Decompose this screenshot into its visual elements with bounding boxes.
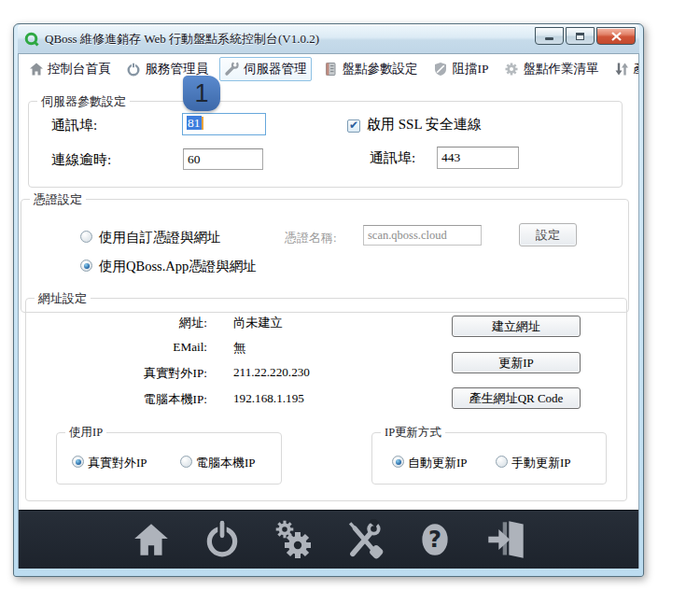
ssl-checkbox[interactable]: ✔ [347, 119, 360, 133]
port-input[interactable]: 81 [182, 113, 266, 135]
exit-icon [485, 519, 526, 560]
custom-cert-radio-label: 使用自訂憑證與網址 [99, 229, 221, 246]
cert-name-label: 憑證名稱: [285, 230, 337, 246]
custom-cert-radio[interactable] [80, 231, 92, 243]
use-external-ip-label: 真實對外IP [88, 455, 147, 471]
power-button[interactable] [201, 518, 244, 561]
ip-update-group-label: IP更新方式 [381, 425, 445, 441]
step-callout-badge: 1 [183, 76, 220, 111]
email-row-label: EMail: [65, 340, 207, 355]
check-icon: ✔ [349, 119, 358, 131]
external-ip-row-value: 211.22.220.230 [233, 365, 310, 380]
up-down-arrows-icon [614, 61, 630, 77]
use-ip-group-label: 使用IP [65, 425, 106, 441]
app-window: QBoss 維修進銷存 Web 行動盤點系統控制台(V1.0.2) [13, 23, 644, 577]
generate-qr-button[interactable]: 產生網址QR Code [452, 387, 581, 409]
help-button[interactable]: ? [413, 518, 456, 561]
cert-name-input[interactable] [363, 225, 482, 246]
port-label: 通訊埠: [51, 117, 97, 134]
ssl-port-label: 通訊埠: [370, 149, 415, 167]
tab-console-home[interactable]: 控制台首頁 [24, 58, 115, 80]
tab-server-management[interactable]: 伺服器管理 [219, 57, 312, 81]
power-icon [203, 520, 242, 559]
tab-count-parameters[interactable]: 盤點參數設定 [319, 58, 422, 80]
tab-label: 盤點作業清單 [524, 61, 599, 77]
toolbar: 控制台首頁 服務管理員 [19, 54, 638, 83]
cert-settings-group-label: 憑證設定 [30, 191, 86, 208]
bottom-icon-bar: ? [19, 510, 638, 569]
tab-product-activation[interactable]: 產品啟動 [610, 58, 638, 80]
use-local-ip-label: 電腦本機IP [196, 455, 256, 471]
main-panel: 控制台首頁 服務管理員 [19, 54, 638, 510]
close-icon [611, 32, 622, 41]
auto-update-ip-label: 自動更新IP [408, 455, 468, 471]
qboss-cert-radio[interactable] [80, 260, 92, 272]
maximize-button[interactable] [566, 27, 595, 45]
update-ip-button[interactable]: 更新IP [452, 352, 581, 373]
minimize-button[interactable] [535, 27, 564, 45]
shield-icon [433, 61, 449, 77]
window-client-area: 控制台首頁 服務管理員 [18, 53, 639, 569]
window-controls [535, 27, 636, 45]
use-external-ip-radio[interactable] [72, 456, 84, 468]
qboss-logo-icon [23, 31, 39, 47]
timeout-label: 連線逾時: [51, 151, 111, 169]
url-row-label: 網址: [65, 315, 207, 331]
gears-icon [273, 519, 314, 560]
ip-update-groupbox: IP更新方式 [371, 432, 607, 485]
tab-label: 產品啟動 [634, 61, 638, 77]
cert-set-button[interactable]: 設定 [519, 223, 577, 246]
tab-block-ip[interactable]: 阻擋IP [429, 58, 493, 80]
tab-label: 盤點參數設定 [343, 61, 418, 77]
tab-count-job-list[interactable]: 盤點作業清單 [500, 58, 603, 80]
close-button[interactable] [596, 27, 636, 45]
server-params-groupbox: 伺服器參數設定 [28, 101, 623, 188]
settings-button[interactable] [272, 518, 315, 561]
port-input-selected-text: 81 [187, 116, 202, 130]
window-title: QBoss 維修進銷存 Web 行動盤點系統控制台(V1.0.2) [45, 31, 319, 48]
email-row-value: 無 [233, 340, 245, 357]
tab-label: 服務管理員 [146, 61, 209, 77]
qboss-cert-radio-label: 使用QBoss.App憑證與網址 [99, 258, 257, 275]
auto-update-ip-radio[interactable] [392, 456, 404, 468]
home-icon [132, 520, 171, 559]
server-params-group-label: 伺服器參數設定 [37, 93, 130, 110]
wrench-icon [224, 61, 240, 77]
titlebar[interactable]: QBoss 維修進銷存 Web 行動盤點系統控制台(V1.0.2) [18, 24, 639, 53]
manual-update-ip-radio[interactable] [496, 456, 508, 468]
minimize-icon [545, 37, 553, 40]
create-url-button[interactable]: 建立網址 [452, 316, 581, 337]
external-ip-row-label: 真實對外IP: [65, 365, 207, 382]
ssl-checkbox-label: 啟用 SSL 安全連線 [367, 116, 482, 133]
timeout-input[interactable] [183, 148, 263, 170]
ssl-port-input[interactable] [437, 147, 519, 169]
manual-update-ip-label: 手動更新IP [511, 455, 571, 471]
url-settings-group-label: 網址設定 [35, 290, 91, 307]
power-icon [126, 61, 142, 77]
home-icon [28, 61, 44, 77]
text-caret [202, 117, 203, 130]
use-local-ip-radio[interactable] [180, 456, 192, 468]
svg-text:?: ? [428, 527, 441, 553]
notepad-icon [323, 61, 339, 77]
tools-icon [343, 519, 385, 560]
tab-label: 控制台首頁 [48, 61, 111, 77]
help-icon: ? [415, 520, 455, 559]
tools-button[interactable] [343, 518, 385, 561]
home-button[interactable] [130, 518, 173, 561]
exit-button[interactable] [484, 518, 527, 561]
url-row-value: 尚未建立 [233, 315, 283, 331]
cert-settings-groupbox: 憑證設定 [21, 199, 629, 313]
local-ip-row-value: 192.168.1.195 [233, 391, 304, 406]
gear-icon [504, 61, 520, 77]
tab-label: 阻擋IP [453, 61, 489, 77]
maximize-icon [576, 33, 584, 40]
local-ip-row-label: 電腦本機IP: [65, 391, 207, 408]
tab-label: 伺服器管理 [244, 61, 307, 77]
desktop: QBoss 維修進銷存 Web 行動盤點系統控制台(V1.0.2) [0, 0, 700, 590]
